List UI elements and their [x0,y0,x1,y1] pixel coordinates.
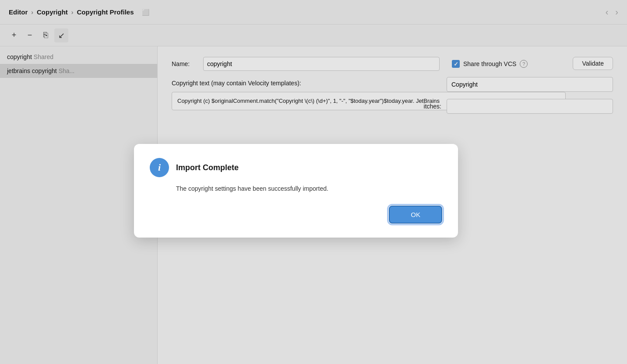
dialog-footer: OK [150,206,442,224]
dialog-overlay: i Import Complete The copyright settings… [0,0,627,364]
info-icon: i [150,158,169,177]
info-icon-label: i [158,162,161,173]
dialog-header: i Import Complete [150,158,442,177]
dialog-body: The copyright settings have been success… [176,184,442,193]
import-complete-dialog: i Import Complete The copyright settings… [134,144,458,238]
ok-button[interactable]: OK [389,206,442,224]
dialog-title: Import Complete [176,163,239,172]
